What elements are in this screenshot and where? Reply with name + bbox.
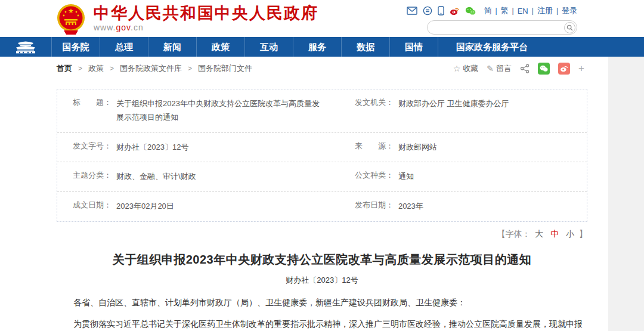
- font-ctrl-suffix: 】: [579, 229, 587, 239]
- lang-traditional-link[interactable]: 繁: [501, 5, 509, 16]
- message-board-icon[interactable]: [423, 6, 432, 16]
- meta-label: 公文种类：: [355, 170, 394, 184]
- separator: |: [495, 7, 497, 15]
- main-nav: 国务院 总理 新闻 政策 互动 服务 数据 国情 国家政务服务平台: [0, 37, 644, 57]
- article-doc-number: 财办社〔2023〕12号: [0, 275, 644, 286]
- star-icon: ☆: [453, 64, 461, 73]
- nav-item-services[interactable]: 服务: [293, 37, 341, 57]
- share-button[interactable]: [520, 64, 530, 73]
- site-url: www.gov.cn: [94, 23, 318, 32]
- quick-links-row: 简| 繁| EN| 注册| 登录: [407, 5, 577, 16]
- wechat-icon: [540, 65, 548, 72]
- meta-row-docno: 发文字号： 财办社〔2023〕12号 来 源： 财政部网站: [57, 133, 587, 163]
- nav-item-state-council[interactable]: 国务院: [51, 37, 100, 57]
- search-button[interactable]: [564, 22, 575, 33]
- meta-title-value: 关于组织申报2023年中央财政支持公立医院改革与高质量发展示范项目的通知: [116, 97, 325, 125]
- site-header: ★ 中华人民共和国中央人民政府 www.gov.cn: [0, 0, 644, 37]
- nav-item-interaction[interactable]: 互动: [244, 37, 293, 57]
- lang-links: 简| 繁| EN| 注册| 登录: [484, 5, 577, 16]
- url-cn: .cn: [131, 23, 144, 32]
- meta-label: 标 题：: [73, 97, 112, 125]
- breadcrumb-row: 首页 > 政策 > 国务院政策文件库 > 国务院部门文件 ☆收藏 ✎留言 +: [0, 57, 644, 81]
- meta-source-cell: 来 源： 财政部网站: [355, 133, 587, 162]
- nav-item-policy[interactable]: 政策: [196, 37, 244, 57]
- mobile-icon[interactable]: [438, 6, 444, 16]
- meta-publish-date-value: 2023年: [398, 200, 423, 214]
- article-paragraph-salutation: 各省、自治区、直辖市、计划单列市财政厅（局）、卫生健康委，新疆生产建设兵团财政局…: [57, 294, 587, 311]
- document-meta-panel: 标 题： 关于组织申报2023年中央财政支持公立医院改革与高质量发展示范项目的通…: [57, 89, 587, 222]
- site-title: 中华人民共和国中央人民政府: [94, 5, 318, 23]
- meta-category-value: 财政、金融、审计\财政: [116, 170, 196, 184]
- meta-publish-date-cell: 发布日期： 2023年: [355, 192, 587, 221]
- wechat-icon[interactable]: [465, 7, 476, 16]
- nav-filler: [546, 37, 644, 57]
- more-share-button[interactable]: +: [578, 63, 584, 75]
- page-right-gutter: [608, 57, 644, 331]
- nav-item-premier[interactable]: 总理: [100, 37, 148, 57]
- weibo-icon: [560, 65, 568, 72]
- font-size-control: 【字体： 大 中 小 】: [0, 229, 587, 240]
- breadcrumb-policy[interactable]: 政策: [88, 63, 104, 74]
- url-www: www.: [94, 23, 116, 32]
- svg-text:★: ★: [68, 7, 74, 14]
- meta-issuing-agency-value: 财政部办公厅 卫生健康委办公厅: [398, 97, 509, 125]
- comment-label: 留言: [496, 63, 512, 74]
- register-link[interactable]: 注册: [537, 5, 553, 16]
- favorite-button[interactable]: ☆收藏: [453, 63, 479, 74]
- separator: |: [512, 7, 514, 15]
- search-box: [427, 20, 577, 35]
- meta-label: 成文日期：: [73, 200, 112, 214]
- share-wechat-button[interactable]: [538, 63, 550, 75]
- url-gov: gov: [116, 23, 131, 32]
- weibo-icon[interactable]: [450, 7, 460, 16]
- nav-item-national-conditions[interactable]: 国情: [389, 37, 438, 57]
- national-emblem-icon: ★: [57, 3, 85, 35]
- pencil-icon: ✎: [487, 64, 494, 73]
- breadcrumb-home[interactable]: 首页: [57, 63, 72, 74]
- breadcrumb-separator: >: [110, 64, 114, 73]
- meta-written-date-cell: 成文日期： 2023年02月20日: [57, 192, 355, 221]
- meta-row-category: 主题分类： 财政、金融、审计\财政 公文种类： 通知: [57, 162, 587, 192]
- mail-icon[interactable]: [407, 7, 417, 15]
- meta-written-date-value: 2023年02月20日: [116, 200, 174, 214]
- separator: |: [556, 7, 558, 15]
- favorite-label: 收藏: [463, 63, 478, 74]
- meta-label: 发文机关：: [355, 97, 394, 125]
- meta-category-cell: 主题分类： 财政、金融、审计\财政: [57, 162, 355, 191]
- breadcrumb-separator: >: [78, 64, 82, 73]
- separator: |: [532, 7, 534, 15]
- share-icon: [520, 64, 530, 73]
- nav-home-tiananmen-icon[interactable]: [0, 37, 51, 57]
- login-link[interactable]: 登录: [562, 5, 577, 16]
- meta-issuing-agency-cell: 发文机关： 财政部办公厅 卫生健康委办公厅: [355, 89, 587, 132]
- page-actions: ☆收藏 ✎留言 +: [453, 63, 584, 75]
- breadcrumb-department-documents[interactable]: 国务院部门文件: [198, 63, 252, 74]
- lang-english-link[interactable]: EN: [518, 7, 528, 16]
- breadcrumb: 首页 > 政策 > 国务院政策文件库 > 国务院部门文件: [57, 63, 252, 74]
- nav-item-news[interactable]: 新闻: [148, 37, 196, 57]
- meta-doctype-value: 通知: [398, 170, 414, 184]
- font-ctrl-prefix: 【字体：: [497, 229, 530, 239]
- comment-button[interactable]: ✎留言: [487, 63, 512, 74]
- site-identity: 中华人民共和国中央人民政府 www.gov.cn: [94, 5, 318, 33]
- lang-simplified-link[interactable]: 简: [484, 5, 491, 16]
- header-right: 简| 繁| EN| 注册| 登录: [407, 5, 577, 35]
- meta-doctype-cell: 公文种类： 通知: [355, 162, 587, 191]
- share-weibo-button[interactable]: [558, 63, 570, 75]
- meta-row-dates: 成文日期： 2023年02月20日 发布日期： 2023年: [57, 192, 587, 221]
- font-size-large-button[interactable]: 大: [535, 229, 543, 239]
- font-size-small-button[interactable]: 小: [566, 229, 574, 239]
- font-size-medium-button[interactable]: 中: [550, 229, 559, 239]
- search-input[interactable]: [435, 21, 557, 33]
- meta-label: 主题分类：: [73, 170, 112, 184]
- nav-item-data[interactable]: 数据: [341, 37, 389, 57]
- meta-label: 发文字号：: [73, 141, 112, 154]
- meta-docno-value: 财办社〔2023〕12号: [116, 141, 188, 154]
- nav-item-gov-service-platform[interactable]: 国家政务服务平台: [438, 37, 546, 57]
- breadcrumb-policy-library[interactable]: 国务院政策文件库: [120, 63, 182, 74]
- meta-source-value: 财政部网站: [398, 141, 437, 154]
- meta-row-title: 标 题： 关于组织申报2023年中央财政支持公立医院改革与高质量发展示范项目的通…: [57, 89, 587, 133]
- article-title: 关于组织申报2023年中央财政支持公立医院改革与高质量发展示范项目的通知: [0, 252, 644, 268]
- meta-docno-cell: 发文字号： 财办社〔2023〕12号: [57, 133, 355, 162]
- meta-title-cell: 标 题： 关于组织申报2023年中央财政支持公立医院改革与高质量发展示范项目的通…: [57, 89, 355, 132]
